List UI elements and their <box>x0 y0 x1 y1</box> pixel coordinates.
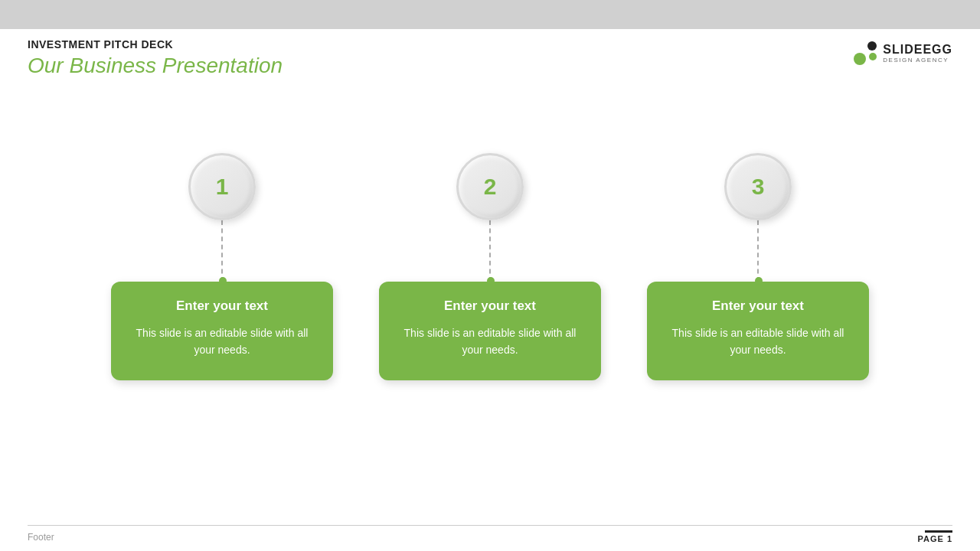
connector-dot-1 <box>219 277 227 285</box>
footer-page-bar <box>925 530 952 533</box>
circle-3: 3 <box>724 153 792 220</box>
footer: Footer PAGE 1 <box>28 525 952 543</box>
logo-dot-black <box>867 41 877 51</box>
logo-dots <box>854 41 877 65</box>
logo-dot-green-large <box>854 53 866 65</box>
circle-number-2: 2 <box>484 174 497 200</box>
circle-1: 1 <box>188 153 256 220</box>
presentation-title: Our Business Presentation <box>28 54 283 78</box>
footer-page: PAGE 1 <box>917 530 952 543</box>
logo-dot-green-small <box>869 53 877 60</box>
step-card-3: 3 Enter your text This slide is an edita… <box>647 153 869 380</box>
circle-number-3: 3 <box>752 174 765 200</box>
content-box-body-3: This slide is an editable slide with all… <box>662 324 854 359</box>
content-box-body-2: This slide is an editable slide with all… <box>394 324 586 359</box>
logo-text: SLIDEEGG DESIGN AGENCY <box>883 43 952 64</box>
logo-name: SLIDEEGG <box>883 43 952 57</box>
step-card-1: 1 Enter your text This slide is an edita… <box>111 153 333 380</box>
circle-number-1: 1 <box>216 174 229 200</box>
content-box-title-2: Enter your text <box>394 298 586 314</box>
content-box-title-1: Enter your text <box>126 298 318 314</box>
logo-tagline: DESIGN AGENCY <box>883 57 952 64</box>
content-box-3: Enter your text This slide is an editabl… <box>647 282 869 380</box>
connector-dot-2 <box>487 277 495 285</box>
content-box-body-1: This slide is an editable slide with all… <box>126 324 318 359</box>
step-card-2: 2 Enter your text This slide is an edita… <box>379 153 601 380</box>
content-box-1: Enter your text This slide is an editabl… <box>111 282 333 380</box>
pitch-deck-label: INVESTMENT PITCH DECK <box>28 38 283 51</box>
content-box-2: Enter your text This slide is an editabl… <box>379 282 601 380</box>
connector-line-3 <box>757 220 759 282</box>
footer-page-number: PAGE 1 <box>917 534 952 543</box>
footer-label: Footer <box>28 532 54 543</box>
steps-container: 1 Enter your text This slide is an edita… <box>0 153 980 380</box>
logo: SLIDEEGG DESIGN AGENCY <box>854 41 952 65</box>
connector-line-1 <box>221 220 223 282</box>
header: INVESTMENT PITCH DECK Our Business Prese… <box>28 38 283 78</box>
content-box-title-3: Enter your text <box>662 298 854 314</box>
connector-line-2 <box>489 220 491 282</box>
top-bar <box>0 0 980 29</box>
connector-dot-3 <box>755 277 763 285</box>
circle-2: 2 <box>456 153 524 220</box>
